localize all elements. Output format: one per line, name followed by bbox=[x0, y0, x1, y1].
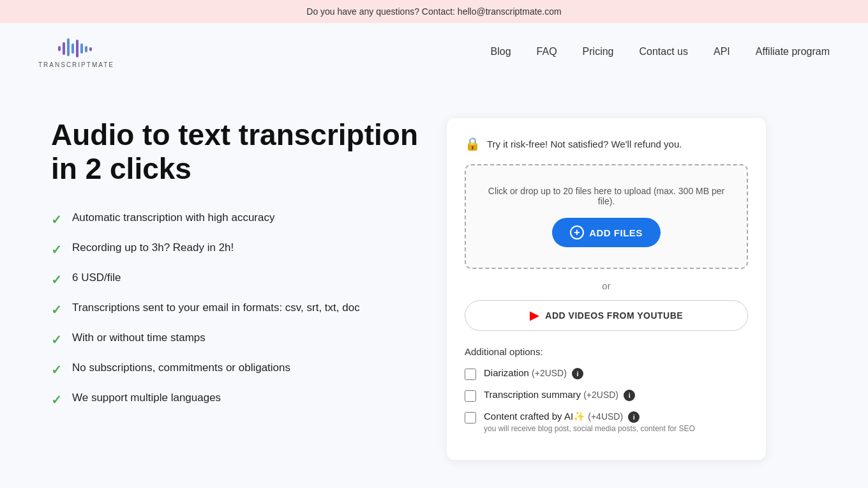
feature-text-6: We support multiple languages bbox=[72, 392, 221, 404]
feature-text-2: 6 USD/file bbox=[72, 271, 121, 284]
nav-blog[interactable]: Blog bbox=[491, 46, 511, 57]
add-youtube-button[interactable]: ▶ ADD VIDEOS FROM YOUTUBE bbox=[465, 300, 748, 331]
svg-rect-4 bbox=[76, 40, 79, 57]
additional-options: Additional options: Diarization (+2USD) … bbox=[465, 346, 748, 433]
diarization-label[interactable]: Diarization (+2USD) i bbox=[484, 367, 583, 378]
feature-text-4: With or without time stamps bbox=[72, 332, 206, 344]
ai-content-info-icon[interactable]: i bbox=[628, 411, 640, 423]
option-ai-content: Content crafted by AI✨ (+4USD) i you wil… bbox=[465, 411, 748, 433]
option-transcription-summary: Transcription summary (+2USD) i bbox=[465, 389, 748, 402]
logo-text: TRANSCRIPTMATE bbox=[38, 61, 114, 68]
svg-rect-5 bbox=[80, 43, 83, 54]
top-banner: Do you have any questions? Contact: hell… bbox=[0, 0, 868, 23]
option-diarization: Diarization (+2USD) i bbox=[465, 367, 748, 380]
check-icon-0: ✓ bbox=[51, 212, 62, 227]
plus-circle-icon: + bbox=[570, 225, 584, 240]
feature-text-0: Automatic transcription with high accura… bbox=[72, 211, 274, 224]
features-list: ✓ Automatic transcription with high accu… bbox=[51, 211, 421, 408]
right-column: 🔒 Try it risk-free! Not satisfied? We'll… bbox=[447, 118, 766, 460]
diarization-price: (+2USD) bbox=[532, 368, 567, 378]
transcription-summary-price: (+2USD) bbox=[583, 390, 618, 400]
refund-text: Try it risk-free! Not satisfied? We'll r… bbox=[487, 139, 682, 149]
check-icon-4: ✓ bbox=[51, 332, 62, 347]
check-icon-2: ✓ bbox=[51, 272, 62, 287]
diarization-label-text: Diarization bbox=[484, 367, 529, 378]
main-content: Audio to text transcription in 2 clicks … bbox=[0, 80, 868, 485]
svg-rect-6 bbox=[85, 46, 87, 52]
feature-item: ✓ No subscriptions, commitments or oblig… bbox=[51, 362, 421, 377]
ai-content-label[interactable]: Content crafted by AI✨ (+4USD) i bbox=[484, 411, 640, 422]
ai-content-label-text: Content crafted by AI✨ bbox=[484, 411, 585, 422]
feature-item: ✓ Automatic transcription with high accu… bbox=[51, 211, 421, 227]
feature-text-5: No subscriptions, commitments or obligat… bbox=[72, 362, 290, 374]
feature-text-1: Recording up to 3h? Ready in 2h! bbox=[72, 241, 234, 254]
transcription-summary-label[interactable]: Transcription summary (+2USD) i bbox=[484, 389, 635, 400]
hero-title: Audio to text transcription in 2 clicks bbox=[51, 118, 421, 186]
youtube-label: ADD VIDEOS FROM YOUTUBE bbox=[545, 310, 683, 321]
feature-item: ✓ 6 USD/file bbox=[51, 271, 421, 287]
ai-content-checkbox[interactable] bbox=[465, 412, 476, 423]
logo-link[interactable]: TRANSCRIPTMATE bbox=[38, 34, 114, 68]
nav-faq[interactable]: FAQ bbox=[537, 46, 557, 57]
add-files-label: ADD FILES bbox=[589, 227, 643, 238]
check-icon-3: ✓ bbox=[51, 302, 62, 317]
drop-zone[interactable]: Click or drop up to 20 files here to upl… bbox=[465, 164, 748, 269]
ai-content-sub: you will receive blog post, social media… bbox=[484, 424, 695, 433]
or-label: or bbox=[602, 280, 610, 291]
navbar: TRANSCRIPTMATE Blog FAQ Pricing Contact … bbox=[0, 23, 868, 80]
svg-rect-7 bbox=[89, 47, 92, 51]
drop-zone-text: Click or drop up to 20 files here to upl… bbox=[479, 186, 734, 206]
add-files-button[interactable]: + ADD FILES bbox=[552, 218, 661, 247]
diarization-checkbox[interactable] bbox=[465, 369, 476, 380]
svg-rect-0 bbox=[58, 46, 61, 51]
diarization-info-icon[interactable]: i bbox=[572, 368, 583, 379]
youtube-icon: ▶ bbox=[530, 309, 539, 323]
refund-banner: 🔒 Try it risk-free! Not satisfied? We'll… bbox=[465, 136, 748, 151]
nav-contact[interactable]: Contact us bbox=[640, 46, 688, 57]
svg-rect-3 bbox=[71, 43, 74, 54]
or-divider: or bbox=[465, 280, 748, 291]
feature-text-3: Transcriptions sent to your email in for… bbox=[72, 301, 360, 314]
transcription-summary-label-text: Transcription summary bbox=[484, 389, 581, 400]
feature-item: ✓ Recording up to 3h? Ready in 2h! bbox=[51, 241, 421, 257]
nav-affiliate[interactable]: Affiliate program bbox=[756, 46, 830, 57]
feature-item: ✓ We support multiple languages bbox=[51, 392, 421, 408]
check-icon-5: ✓ bbox=[51, 362, 62, 377]
banner-text: Do you have any questions? Contact: hell… bbox=[306, 6, 561, 17]
svg-rect-1 bbox=[63, 42, 65, 55]
lock-icon: 🔒 bbox=[465, 136, 481, 151]
nav-api[interactable]: API bbox=[714, 46, 730, 57]
check-icon-1: ✓ bbox=[51, 242, 62, 257]
nav-pricing[interactable]: Pricing bbox=[583, 46, 614, 57]
feature-item: ✓ With or without time stamps bbox=[51, 332, 421, 347]
check-icon-6: ✓ bbox=[51, 392, 62, 408]
additional-options-title: Additional options: bbox=[465, 346, 748, 357]
transcription-summary-info-icon[interactable]: i bbox=[624, 390, 635, 401]
transcription-summary-checkbox[interactable] bbox=[465, 390, 476, 402]
svg-rect-2 bbox=[67, 38, 70, 56]
logo-icon bbox=[57, 34, 95, 60]
upload-card: 🔒 Try it risk-free! Not satisfied? We'll… bbox=[447, 118, 766, 460]
left-column: Audio to text transcription in 2 clicks … bbox=[51, 118, 421, 460]
feature-item: ✓ Transcriptions sent to your email in f… bbox=[51, 301, 421, 317]
nav-links: Blog FAQ Pricing Contact us API Affiliat… bbox=[491, 46, 830, 57]
ai-content-price: (+4USD) bbox=[588, 411, 623, 422]
